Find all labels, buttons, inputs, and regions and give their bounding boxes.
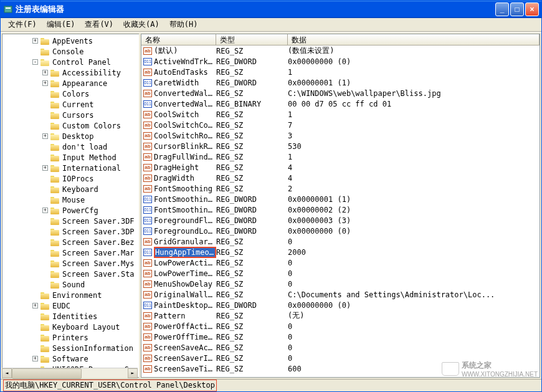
tree-toggle-icon[interactable]: + bbox=[42, 165, 48, 171]
list-body[interactable]: ab(默认)REG_SZ(数值未设置)011ActiveWndTrkT...RE… bbox=[141, 45, 540, 377]
tree-item[interactable]: SessionInformation bbox=[2, 343, 139, 353]
string-value-icon: ab bbox=[143, 365, 152, 373]
folder-icon bbox=[40, 355, 50, 363]
list-row[interactable]: abCursorBlinkRateREG_SZ530 bbox=[141, 141, 540, 151]
tree-item[interactable]: Screen Saver.Sta bbox=[2, 269, 139, 279]
list-row[interactable]: abPowerOffTimeOutREG_SZ0 bbox=[141, 332, 540, 342]
list-row[interactable]: abFontSmoothingREG_SZ2 bbox=[141, 183, 540, 194]
menu-help[interactable]: 帮助(H) bbox=[164, 18, 203, 31]
list-row[interactable]: abDragHeightREG_SZ4 bbox=[141, 162, 540, 173]
tree-item[interactable]: +EUDC bbox=[2, 300, 139, 311]
tree-item[interactable]: Screen Saver.Mar bbox=[2, 247, 139, 258]
scroll-thumb[interactable] bbox=[12, 368, 128, 378]
list-row[interactable]: abMenuShowDelayREG_SZ0 bbox=[141, 279, 540, 289]
list-row[interactable]: 011FontSmoothing...REG_DWORD0x00000001 (… bbox=[141, 194, 540, 204]
col-header-type[interactable]: 类型 bbox=[216, 34, 288, 45]
menu-favorites[interactable]: 收藏夹(A) bbox=[118, 18, 164, 31]
tree-item[interactable]: Sound bbox=[2, 279, 139, 290]
tree-item[interactable]: +International bbox=[2, 163, 139, 173]
list-row[interactable]: abDragFullWindowsREG_SZ1 bbox=[141, 151, 540, 162]
tree-item[interactable]: +Desktop bbox=[2, 131, 139, 141]
tree-toggle-icon[interactable]: + bbox=[42, 80, 48, 86]
tree-toggle-icon[interactable]: + bbox=[32, 303, 38, 308]
list-row[interactable]: abPowerOffActiveREG_SZ0 bbox=[141, 321, 540, 332]
tree-item[interactable]: Colors bbox=[2, 88, 139, 99]
col-header-data[interactable]: 数据 bbox=[288, 34, 540, 45]
tree-item[interactable]: Screen Saver.Mys bbox=[2, 258, 139, 269]
menu-file[interactable]: 文件(F) bbox=[3, 18, 42, 31]
tree-item[interactable]: Screen Saver.3DF bbox=[2, 216, 139, 226]
tree-item[interactable]: +Software bbox=[2, 353, 139, 364]
tree-toggle-icon[interactable]: + bbox=[42, 133, 48, 139]
menu-view[interactable]: 查看(V) bbox=[80, 18, 118, 31]
tree-item[interactable]: +Appearance bbox=[2, 78, 139, 88]
list-row[interactable]: abScreenSaverIs...REG_SZ0 bbox=[141, 353, 540, 363]
tree-toggle-icon[interactable]: + bbox=[32, 38, 38, 44]
value-name: AutoEndTasks bbox=[154, 68, 216, 77]
tree-toggle-icon[interactable]: + bbox=[42, 70, 48, 75]
list-row[interactable]: abAutoEndTasksREG_SZ1 bbox=[141, 67, 540, 77]
titlebar[interactable]: 注册表编辑器 _ □ × bbox=[1, 1, 541, 18]
minimize-button[interactable]: _ bbox=[495, 2, 509, 16]
tree-item[interactable]: Custom Colors bbox=[2, 120, 139, 131]
list-row[interactable]: 011ForegroundLoc...REG_DWORD0x00000000 (… bbox=[141, 226, 540, 236]
tree-item[interactable]: IOProcs bbox=[2, 173, 139, 184]
list-row[interactable]: 011PaintDesktopV...REG_DWORD0x00000000 (… bbox=[141, 300, 540, 310]
tree-item[interactable]: +AppEvents bbox=[2, 36, 139, 46]
col-header-name[interactable]: 名称 bbox=[141, 34, 216, 45]
tree-item[interactable]: Keyboard bbox=[2, 184, 139, 194]
list-row[interactable]: abLowPowerActiveREG_SZ0 bbox=[141, 257, 540, 268]
list-row[interactable]: abCoolSwitchREG_SZ1 bbox=[141, 109, 540, 120]
tree-toggle-icon[interactable]: + bbox=[32, 356, 38, 361]
tree-item[interactable]: Screen Saver.Bez bbox=[2, 237, 139, 247]
list-row[interactable]: 011ForegroundFla...REG_DWORD0x00000003 (… bbox=[141, 215, 540, 226]
tree-item[interactable]: +Accessibility bbox=[2, 67, 139, 78]
tree-item[interactable]: Current bbox=[2, 99, 139, 110]
tree-item[interactable]: Identities bbox=[2, 311, 139, 322]
scroll-right-icon[interactable]: ► bbox=[128, 368, 138, 378]
tree-item[interactable]: Environment bbox=[2, 290, 139, 300]
list-row[interactable]: abGridGranularityREG_SZ0 bbox=[141, 236, 540, 247]
list-row[interactable]: abCoolSwitchCol...REG_SZ7 bbox=[141, 120, 540, 130]
value-name: CursorBlinkRate bbox=[154, 142, 216, 151]
maximize-button[interactable]: □ bbox=[510, 2, 524, 16]
list-row[interactable]: abDragWidthREG_SZ4 bbox=[141, 173, 540, 183]
list-row[interactable]: ab(默认)REG_SZ(数值未设置) bbox=[141, 45, 540, 56]
tree-item[interactable]: Cursors bbox=[2, 110, 139, 120]
list-row[interactable]: abScreenSaveTim...REG_SZ600 bbox=[141, 363, 540, 374]
value-data: 4 bbox=[288, 174, 540, 183]
list-row[interactable]: abPatternREG_SZ(无) bbox=[141, 310, 540, 321]
list-row[interactable]: abScreenSaveActiveREG_SZ0 bbox=[141, 342, 540, 353]
tree-item[interactable]: Mouse bbox=[2, 194, 139, 205]
tree-item[interactable]: don't load bbox=[2, 141, 139, 152]
tree-toggle-icon[interactable]: + bbox=[42, 208, 48, 213]
value-type: REG_SZ bbox=[216, 237, 288, 246]
list-row[interactable]: 011ActiveWndTrkT...REG_DWORD0x00000000 (… bbox=[141, 56, 540, 67]
tree-toggle-icon[interactable]: - bbox=[32, 59, 38, 65]
close-button[interactable]: × bbox=[525, 2, 539, 16]
tree-item[interactable]: +PowerCfg bbox=[2, 205, 139, 216]
list-row[interactable]: abCoolSwitchRowsREG_SZ3 bbox=[141, 130, 540, 141]
tree-item[interactable]: Input Method bbox=[2, 152, 139, 163]
list-row[interactable]: 011HungAppTimeoutREG_SZ2000 bbox=[141, 247, 540, 257]
tree-item[interactable]: Screen Saver.3DP bbox=[2, 226, 139, 237]
binary-value-icon: 011 bbox=[143, 196, 152, 203]
value-data: 0 bbox=[288, 343, 540, 352]
value-type: REG_SZ bbox=[216, 259, 288, 267]
menu-edit[interactable]: 编辑(E) bbox=[42, 18, 80, 31]
list-row[interactable]: 011FontSmoothing...REG_DWORD0x00000002 (… bbox=[141, 204, 540, 215]
list-row[interactable]: 011CaretWidthREG_DWORD0x00000001 (1) bbox=[141, 77, 540, 88]
scroll-left-icon[interactable]: ◄ bbox=[2, 368, 12, 378]
tree-hscrollbar[interactable]: ◄ ► bbox=[2, 368, 138, 378]
list-row[interactable]: abConvertedWall...REG_SZC:\WINDOWS\web\w… bbox=[141, 88, 540, 98]
tree-item[interactable]: Console bbox=[2, 46, 139, 57]
list-row[interactable]: abOriginalWallp...REG_SZC:\Documents and… bbox=[141, 289, 540, 300]
list-row[interactable]: abLowPowerTimeOutREG_SZ0 bbox=[141, 268, 540, 279]
list-row[interactable]: 011ConvertedWall...REG_BINARY00 00 d7 05… bbox=[141, 98, 540, 109]
tree-item[interactable]: Printers bbox=[2, 332, 139, 343]
folder-icon bbox=[50, 79, 60, 87]
value-data: 0x00000002 (2) bbox=[288, 206, 540, 214]
tree-item[interactable]: -Control Panel bbox=[2, 57, 139, 67]
registry-tree[interactable]: +AppEventsConsole-Control Panel+Accessib… bbox=[2, 34, 139, 378]
tree-item[interactable]: Keyboard Layout bbox=[2, 322, 139, 332]
